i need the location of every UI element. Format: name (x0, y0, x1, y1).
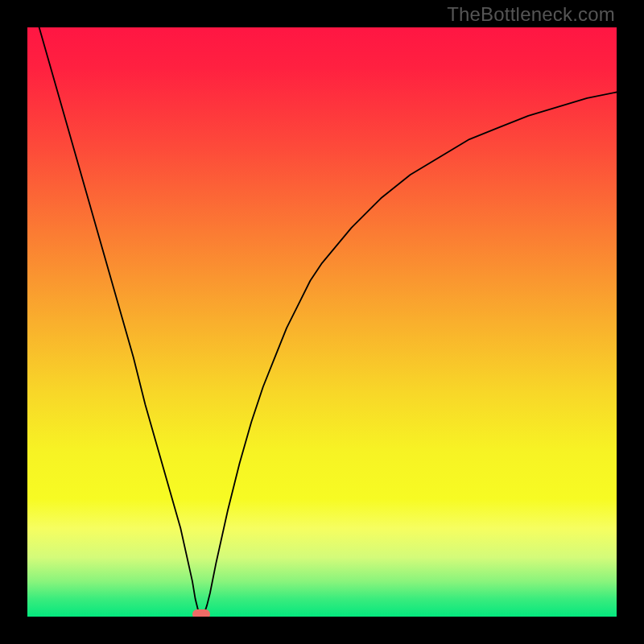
watermark-text: TheBottleneck.com (447, 3, 615, 26)
bottleneck-curve (27, 27, 617, 617)
chart-area (27, 27, 617, 617)
optimal-point-marker (192, 609, 210, 617)
